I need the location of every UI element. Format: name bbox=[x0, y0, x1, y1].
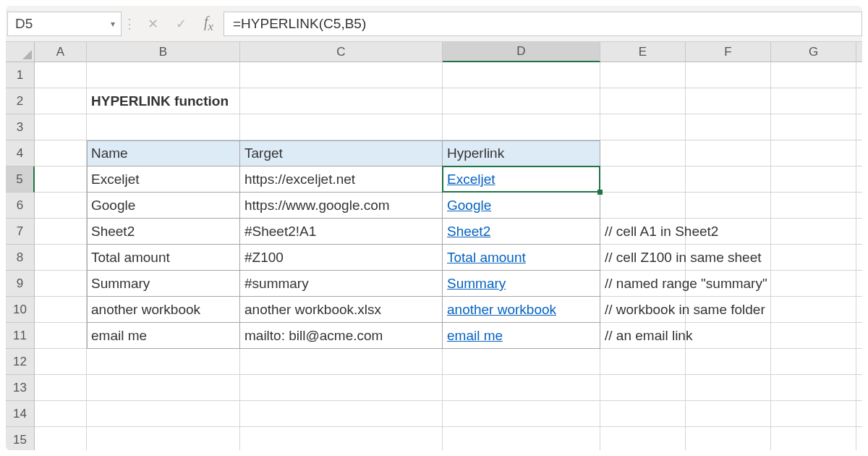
hyperlink-7[interactable]: Sheet2 bbox=[443, 219, 600, 245]
row-header-4[interactable]: 4 bbox=[6, 140, 35, 166]
cell-name-10[interactable]: another workbook bbox=[87, 297, 240, 323]
cell-target-8[interactable]: #Z100 bbox=[240, 245, 443, 271]
cell-name-11[interactable]: email me bbox=[87, 323, 240, 349]
cell-target-10[interactable]: another workbook.xlsx bbox=[240, 297, 443, 323]
fill-handle[interactable] bbox=[597, 190, 603, 195]
cell-name-8[interactable]: Total amount bbox=[87, 245, 240, 271]
note-8: // cell Z100 in same sheet bbox=[600, 245, 862, 271]
select-all-corner[interactable] bbox=[6, 42, 35, 62]
cell-name-7[interactable]: Sheet2 bbox=[87, 219, 240, 245]
note-7: // cell A1 in Sheet2 bbox=[600, 219, 862, 245]
formula-bar-buttons: ✕ ✓ fx bbox=[137, 14, 224, 34]
row-header-6[interactable]: 6 bbox=[6, 193, 35, 219]
note-10: // workbook in same folder bbox=[600, 297, 862, 323]
cell-target-11[interactable]: mailto: bill@acme.com bbox=[240, 323, 443, 349]
hyperlink-9[interactable]: Summary bbox=[443, 271, 600, 297]
row-header-12[interactable]: 12 bbox=[6, 349, 35, 375]
row-headers: 123456789101112131415 bbox=[6, 62, 35, 450]
row-header-2[interactable]: 2 bbox=[6, 88, 35, 114]
row-header-8[interactable]: 8 bbox=[6, 245, 35, 271]
cell-target-7[interactable]: #Sheet2!A1 bbox=[240, 219, 443, 245]
fx-icon[interactable]: fx bbox=[204, 14, 213, 34]
cell-name-9[interactable]: Summary bbox=[87, 271, 240, 297]
col-header-H[interactable]: H bbox=[856, 42, 862, 62]
cell-target-9[interactable]: #summary bbox=[240, 271, 443, 297]
row-header-1[interactable]: 1 bbox=[6, 62, 35, 88]
col-header-A[interactable]: A bbox=[35, 42, 87, 62]
page-title: HYPERLINK function bbox=[87, 88, 600, 114]
col-header-B[interactable]: B bbox=[87, 42, 240, 62]
hyperlink-11[interactable]: email me bbox=[443, 323, 600, 349]
cell-name-5[interactable]: Exceljet bbox=[87, 166, 240, 193]
name-box[interactable]: D5 ▾ bbox=[7, 12, 122, 36]
name-box-value: D5 bbox=[15, 16, 33, 32]
col-header-F[interactable]: F bbox=[686, 42, 771, 62]
cell-grid[interactable]: HYPERLINK functionNameTargetHyperlinkExc… bbox=[35, 62, 862, 450]
note-11: // an email link bbox=[600, 323, 862, 349]
table-header-target: Target bbox=[240, 140, 443, 166]
cell-target-6[interactable]: https://www.google.com bbox=[240, 193, 443, 219]
hyperlink-5[interactable]: Exceljet bbox=[443, 166, 600, 193]
column-headers: ABCDEFGH bbox=[35, 42, 862, 62]
dropdown-icon[interactable]: ▾ bbox=[111, 19, 115, 29]
row-header-7[interactable]: 7 bbox=[6, 219, 35, 245]
col-header-D[interactable]: D bbox=[443, 42, 600, 62]
spreadsheet: ABCDEFGH 123456789101112131415 HYPERLINK… bbox=[6, 42, 862, 450]
row-header-11[interactable]: 11 bbox=[6, 323, 35, 349]
formula-bar: D5 ▾ ⋮ ✕ ✓ fx =HYPERLINK(C5,B5) bbox=[6, 6, 862, 42]
cancel-icon[interactable]: ✕ bbox=[148, 16, 158, 32]
hyperlink-8[interactable]: Total amount bbox=[443, 245, 600, 271]
formula-text: =HYPERLINK(C5,B5) bbox=[233, 16, 366, 32]
hyperlink-6[interactable]: Google bbox=[443, 193, 600, 219]
row-header-14[interactable]: 14 bbox=[6, 401, 35, 427]
row-header-10[interactable]: 10 bbox=[6, 297, 35, 323]
table-header-hyperlink: Hyperlink bbox=[443, 140, 600, 166]
col-header-E[interactable]: E bbox=[600, 42, 686, 62]
note-9: // named range "summary" bbox=[600, 271, 862, 297]
enter-icon[interactable]: ✓ bbox=[176, 16, 187, 32]
cell-name-6[interactable]: Google bbox=[87, 193, 240, 219]
col-header-G[interactable]: G bbox=[771, 42, 856, 62]
row-header-3[interactable]: 3 bbox=[6, 114, 35, 140]
row-header-9[interactable]: 9 bbox=[6, 271, 35, 297]
table-header-name: Name bbox=[87, 140, 240, 166]
row-header-5[interactable]: 5 bbox=[6, 166, 35, 193]
cell-target-5[interactable]: https://exceljet.net bbox=[240, 166, 443, 193]
col-header-C[interactable]: C bbox=[240, 42, 443, 62]
separator: ⋮ bbox=[122, 16, 137, 32]
hyperlink-10[interactable]: another workbook bbox=[443, 297, 600, 323]
formula-input[interactable]: =HYPERLINK(C5,B5) bbox=[224, 12, 862, 36]
row-header-13[interactable]: 13 bbox=[6, 375, 35, 401]
row-header-15[interactable]: 15 bbox=[6, 427, 35, 450]
